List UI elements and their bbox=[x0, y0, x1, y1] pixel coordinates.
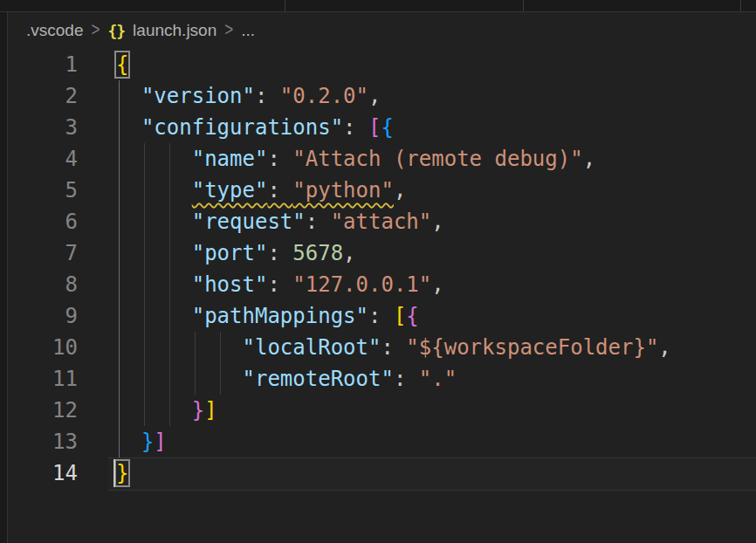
token: : bbox=[267, 272, 292, 297]
line-number: 8 bbox=[8, 269, 78, 300]
line-number: 12 bbox=[8, 395, 78, 426]
line-number: 2 bbox=[8, 80, 78, 112]
code-line[interactable]: 8 "host": "127.0.0.1", bbox=[8, 269, 756, 300]
token: "host" bbox=[192, 272, 268, 297]
code-line[interactable]: 9 "pathMappings": [{ bbox=[8, 300, 756, 332]
editor[interactable]: 1{2 "version": "0.2.0",3 "configurations… bbox=[8, 49, 756, 543]
token: "python" bbox=[292, 178, 394, 203]
token: ] bbox=[204, 398, 216, 423]
code-line[interactable]: 14} bbox=[8, 457, 756, 489]
token: , bbox=[368, 84, 381, 108]
line-number: 4 bbox=[8, 143, 78, 175]
code-text: "name": "Attach (remote debug)", bbox=[78, 143, 595, 175]
code-text: "pathMappings": [{ bbox=[78, 300, 419, 332]
token: { bbox=[406, 304, 418, 328]
code-line[interactable]: 12 }] bbox=[8, 395, 756, 426]
chevron-right-icon: > bbox=[224, 20, 233, 42]
line-number: 11 bbox=[8, 363, 78, 395]
token: "name" bbox=[192, 147, 268, 171]
token: , bbox=[343, 241, 355, 265]
line-number: 14 bbox=[8, 457, 78, 489]
code-line[interactable]: 2 "version": "0.2.0", bbox=[8, 80, 756, 112]
token: "${workspaceFolder}" bbox=[406, 335, 658, 360]
breadcrumb-file[interactable]: launch.json bbox=[133, 21, 216, 40]
code-text: { bbox=[78, 49, 128, 80]
token: } bbox=[141, 430, 154, 454]
token: "127.0.0.1" bbox=[292, 272, 431, 297]
code-line[interactable]: 3 "configurations": [{ bbox=[8, 112, 756, 143]
code-text: "port": 5678, bbox=[78, 237, 356, 269]
token: : bbox=[255, 84, 280, 108]
tab-bar bbox=[0, 0, 756, 12]
code-lines: 1{2 "version": "0.2.0",3 "configurations… bbox=[8, 49, 756, 489]
tab-divider bbox=[740, 0, 741, 11]
token: : bbox=[267, 241, 292, 265]
line-number: 3 bbox=[8, 112, 78, 143]
chevron-right-icon: > bbox=[91, 20, 100, 42]
line-number: 7 bbox=[8, 237, 78, 269]
code-text: "configurations": [{ bbox=[78, 112, 394, 143]
code-text: }] bbox=[78, 426, 167, 457]
token: { bbox=[381, 115, 393, 140]
token: "remoteRoot" bbox=[243, 367, 394, 391]
code-line[interactable]: 5 "type": "python", bbox=[8, 175, 756, 206]
code-line[interactable]: 4 "name": "Attach (remote debug)", bbox=[8, 143, 756, 175]
token: "Attach (remote debug)" bbox=[292, 147, 582, 171]
line-number: 5 bbox=[8, 175, 78, 206]
token: , bbox=[583, 147, 595, 171]
code-text: "localRoot": "${workspaceFolder}", bbox=[78, 332, 671, 363]
token: "pathMappings" bbox=[192, 304, 368, 328]
token: "request" bbox=[192, 210, 306, 234]
token: ] bbox=[154, 430, 166, 454]
window-left-edge bbox=[0, 0, 8, 543]
token: "configurations" bbox=[141, 115, 343, 140]
code-text: "host": "127.0.0.1", bbox=[78, 269, 444, 300]
token: "port" bbox=[192, 241, 268, 265]
token: } bbox=[192, 398, 204, 423]
breadcrumb: .vscode > {} launch.json > ... bbox=[8, 12, 756, 49]
token: , bbox=[394, 178, 406, 203]
token: } bbox=[116, 461, 128, 485]
line-number: 10 bbox=[8, 332, 78, 363]
token: , bbox=[431, 210, 443, 234]
token: "localRoot" bbox=[243, 335, 381, 360]
token: { bbox=[116, 52, 128, 77]
token: : bbox=[381, 335, 406, 360]
code-text: }] bbox=[78, 395, 217, 426]
token: : bbox=[368, 304, 394, 328]
code-line[interactable]: 11 "remoteRoot": "." bbox=[8, 363, 756, 395]
tab-divider bbox=[285, 0, 285, 11]
line-number: 9 bbox=[8, 300, 78, 332]
token: , bbox=[658, 335, 670, 360]
json-file-icon: {} bbox=[107, 22, 125, 40]
token: 5678 bbox=[292, 241, 343, 265]
token: "0.2.0" bbox=[280, 84, 368, 108]
code-text: "request": "attach", bbox=[78, 206, 444, 237]
code-line[interactable]: 7 "port": 5678, bbox=[8, 237, 756, 269]
text-cursor bbox=[113, 459, 115, 487]
token: : bbox=[306, 210, 331, 234]
token: "version" bbox=[141, 84, 255, 108]
breadcrumb-symbol[interactable]: ... bbox=[241, 21, 255, 40]
code-line[interactable]: 1{ bbox=[8, 49, 756, 80]
token: [ bbox=[368, 115, 381, 140]
token: : bbox=[343, 115, 368, 140]
code-line[interactable]: 6 "request": "attach", bbox=[8, 206, 756, 237]
token: : bbox=[267, 178, 292, 203]
token: "attach" bbox=[331, 210, 432, 234]
token: "type" bbox=[192, 178, 268, 203]
line-number: 6 bbox=[8, 206, 78, 237]
line-number: 13 bbox=[8, 426, 78, 457]
line-number: 1 bbox=[8, 49, 78, 80]
code-text: } bbox=[78, 457, 128, 489]
token: , bbox=[431, 272, 443, 297]
code-line[interactable]: 10 "localRoot": "${workspaceFolder}", bbox=[8, 332, 756, 363]
token: : bbox=[267, 147, 292, 171]
breadcrumb-folder[interactable]: .vscode bbox=[26, 21, 83, 40]
code-line[interactable]: 13 }] bbox=[8, 426, 756, 457]
code-text: "remoteRoot": "." bbox=[78, 363, 457, 395]
code-text: "type": "python", bbox=[78, 175, 406, 206]
token: : bbox=[394, 367, 419, 391]
token: "." bbox=[419, 367, 457, 391]
tab-divider bbox=[523, 0, 524, 11]
